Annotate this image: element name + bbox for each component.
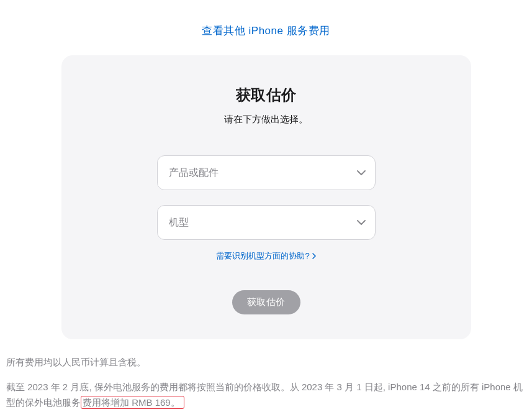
- other-services-link[interactable]: 查看其他 iPhone 服务费用: [202, 25, 330, 37]
- model-select-placeholder: 机型: [169, 216, 189, 229]
- product-select-placeholder: 产品或配件: [169, 167, 219, 180]
- price-increase-highlight: 费用将增加 RMB 169。: [81, 396, 184, 409]
- model-select[interactable]: 机型: [157, 205, 376, 240]
- footer-line-1: 所有费用均以人民币计算且含税。: [6, 354, 526, 370]
- help-link-container: 需要识别机型方面的协助?: [86, 250, 446, 262]
- estimate-card: 获取估价 请在下方做出选择。 产品或配件 机型 需要识别机型方面的协助?: [61, 55, 471, 339]
- footer-text: 所有费用均以人民币计算且含税。 截至 2023 年 2 月底, 保外电池服务的费…: [0, 339, 532, 411]
- model-select-wrapper: 机型: [157, 205, 376, 240]
- top-link-container: 查看其他 iPhone 服务费用: [0, 0, 532, 55]
- card-subtitle: 请在下方做出选择。: [86, 114, 446, 126]
- footer-line-2: 截至 2023 年 2 月底, 保外电池服务的费用都将按照当前的价格收取。从 2…: [6, 379, 526, 411]
- submit-wrapper: 获取估价: [86, 290, 446, 314]
- card-title: 获取估价: [86, 85, 446, 105]
- product-select[interactable]: 产品或配件: [157, 155, 376, 190]
- help-link-text: 需要识别机型方面的协助?: [216, 250, 309, 262]
- chevron-right-icon: [312, 253, 316, 259]
- product-select-wrapper: 产品或配件: [157, 155, 376, 190]
- identify-model-help-link[interactable]: 需要识别机型方面的协助?: [216, 250, 315, 262]
- get-estimate-button[interactable]: 获取估价: [232, 290, 300, 314]
